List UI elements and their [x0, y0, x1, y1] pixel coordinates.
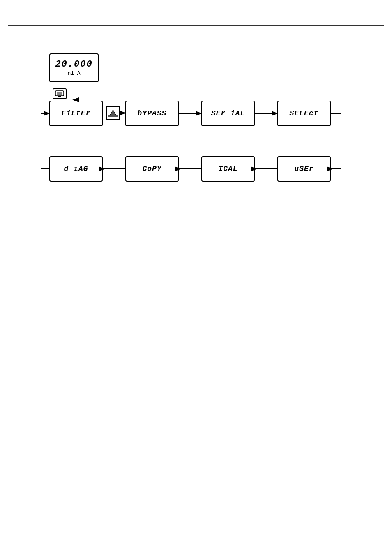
copy-label: CoPY — [142, 165, 161, 173]
ical-label: ICAL — [218, 165, 238, 173]
bypass-label: bYPASS — [138, 109, 167, 118]
value-sub: n1 A — [67, 70, 80, 76]
ical-box: ICAL — [201, 156, 255, 182]
value-main: 20.000 — [55, 59, 92, 69]
svg-marker-3 — [109, 110, 117, 116]
svg-rect-2 — [58, 96, 61, 97]
icon-box-small — [53, 88, 67, 99]
svg-rect-4 — [108, 115, 118, 117]
serial-box: SEr iAL — [201, 101, 255, 126]
diag-box: d iAG — [49, 156, 103, 182]
select-box: SELEct — [277, 101, 331, 126]
top-divider — [8, 25, 384, 26]
diag-label: d iAG — [64, 165, 88, 173]
icon-box-arrow — [106, 106, 120, 120]
filter-label: FiLtEr — [62, 109, 91, 118]
diagram-container: 20.000 n1 A FiLtEr bYPASS SEr iAL SELEct — [41, 53, 362, 193]
select-label: SELEct — [290, 109, 319, 118]
copy-box: CoPY — [125, 156, 179, 182]
user-box: uSEr — [277, 156, 331, 182]
value-display-box: 20.000 n1 A — [49, 53, 99, 82]
serial-label: SEr iAL — [211, 109, 245, 118]
filter-box: FiLtEr — [49, 101, 103, 126]
bypass-box: bYPASS — [125, 101, 179, 126]
user-label: uSEr — [294, 165, 314, 173]
svg-rect-1 — [57, 92, 62, 95]
